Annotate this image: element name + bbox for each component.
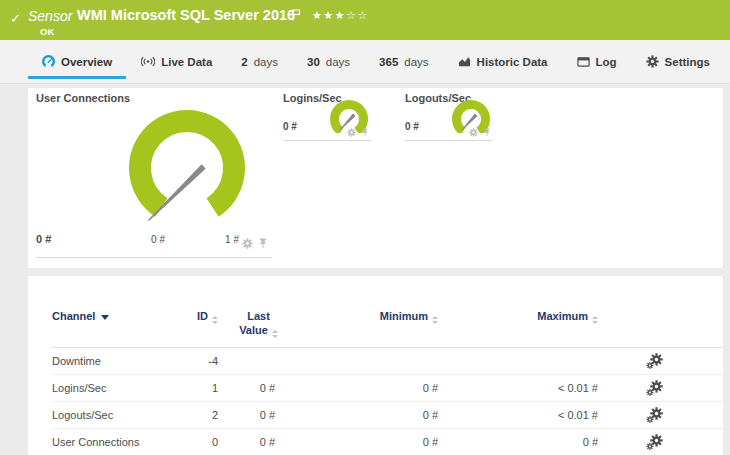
channel-table-panel: Channel ID Last Value Minimum Maximum Do…: [28, 276, 723, 455]
log-icon: [577, 56, 590, 68]
tab-settings[interactable]: Settings: [640, 40, 716, 83]
gear-icon[interactable]: [242, 238, 253, 249]
gear-icon[interactable]: [347, 128, 356, 137]
area-chart-icon: [458, 55, 471, 68]
tab-historic-data[interactable]: Historic Data: [452, 40, 554, 83]
cell-id: 0: [172, 436, 218, 448]
edit-channel-gears-icon[interactable]: [646, 407, 663, 423]
gauge-icon: [42, 55, 55, 68]
col-header-channel[interactable]: Channel: [52, 310, 172, 322]
stars-filled: ★★★: [312, 9, 346, 21]
gear-icon[interactable]: [469, 128, 478, 137]
tab-overview[interactable]: Overview: [36, 40, 118, 83]
live-data-icon: [141, 55, 155, 68]
sort-icon: [272, 330, 278, 338]
gauge-logouts-sec: Logouts/Sec 0 #: [405, 92, 493, 141]
cell-channel: Logouts/Sec: [52, 409, 172, 421]
pin-icon[interactable]: [258, 238, 268, 249]
cell-maximum: < 0.01 #: [438, 409, 598, 421]
object-type-label: Sensor: [28, 8, 72, 24]
user-connections-gauge-dial: [117, 98, 257, 228]
gauge-current-value: 0 #: [405, 121, 419, 132]
overview-gauges-panel: User Connections 0 # 1 # 0 # Logins/Sec …: [28, 88, 723, 268]
col-header-last-value[interactable]: Last Value: [230, 310, 287, 338]
sensor-status-badge: OK: [40, 26, 54, 37]
cell-id: -4: [172, 355, 218, 367]
cell-last-value: 0 #: [218, 382, 275, 394]
cell-id: 1: [172, 382, 218, 394]
priority-stars[interactable]: ★★★☆☆: [312, 9, 369, 22]
col-header-maximum[interactable]: Maximum: [438, 310, 598, 324]
stars-empty: ☆☆: [346, 9, 369, 21]
flag-icon[interactable]: [292, 7, 301, 25]
tab-log[interactable]: Log: [571, 40, 623, 83]
cell-channel: Downtime: [52, 355, 172, 367]
edit-channel-gears-icon[interactable]: [646, 380, 663, 396]
edit-channel-gears-icon[interactable]: [646, 353, 663, 369]
pin-icon[interactable]: [361, 128, 369, 137]
gauge-logins-sec: Logins/Sec 0 #: [283, 92, 371, 141]
col-header-id[interactable]: ID: [172, 310, 218, 324]
sensor-title: WMI Microsoft SQL Server 2016: [77, 7, 295, 23]
table-row-user-connections: User Connections 0 0 # 0 # 0 #: [52, 429, 723, 455]
gauge-user-connections: User Connections 0 # 1 # 0 #: [36, 92, 272, 258]
pin-icon[interactable]: [483, 128, 491, 137]
gauge-scale-min: 0 #: [138, 234, 178, 245]
cell-last-value: 0 #: [218, 409, 275, 421]
tab-bar: Overview Live Data 2 days 30 days 365 da…: [0, 40, 730, 84]
sort-icon: [212, 316, 218, 324]
cell-minimum: 0 #: [275, 382, 438, 394]
tab-2-days[interactable]: 2 days: [235, 40, 284, 83]
gauge-current-value: 0 #: [283, 121, 297, 132]
tab-30-days[interactable]: 30 days: [301, 40, 356, 83]
col-header-minimum[interactable]: Minimum: [275, 310, 438, 324]
status-ok-check-icon: ✓: [10, 11, 21, 26]
gear-icon: [646, 55, 659, 68]
cell-maximum: < 0.01 #: [438, 382, 598, 394]
tab-365-days[interactable]: 365 days: [373, 40, 434, 83]
table-row-downtime: Downtime -4: [52, 348, 723, 375]
sort-icon: [592, 316, 598, 324]
gauge-current-value: 0 #: [36, 233, 51, 245]
sort-desc-icon: [101, 315, 109, 320]
sensor-header: ✓ Sensor WMI Microsoft SQL Server 2016 ★…: [0, 0, 730, 40]
edit-channel-gears-icon[interactable]: [646, 434, 663, 450]
cell-minimum: 0 #: [275, 409, 438, 421]
cell-maximum: 0 #: [438, 436, 598, 448]
table-row-logouts-sec: Logouts/Sec 2 0 # 0 # < 0.01 #: [52, 402, 723, 429]
cell-channel: User Connections: [52, 436, 172, 448]
cell-channel: Logins/Sec: [52, 382, 172, 394]
cell-last-value: 0 #: [218, 436, 275, 448]
table-row-logins-sec: Logins/Sec 1 0 # 0 # < 0.01 #: [52, 375, 723, 402]
channel-table: Channel ID Last Value Minimum Maximum Do…: [28, 276, 723, 455]
tab-live-data[interactable]: Live Data: [135, 40, 218, 83]
cell-id: 2: [172, 409, 218, 421]
channel-table-header: Channel ID Last Value Minimum Maximum: [52, 310, 723, 348]
cell-minimum: 0 #: [275, 436, 438, 448]
